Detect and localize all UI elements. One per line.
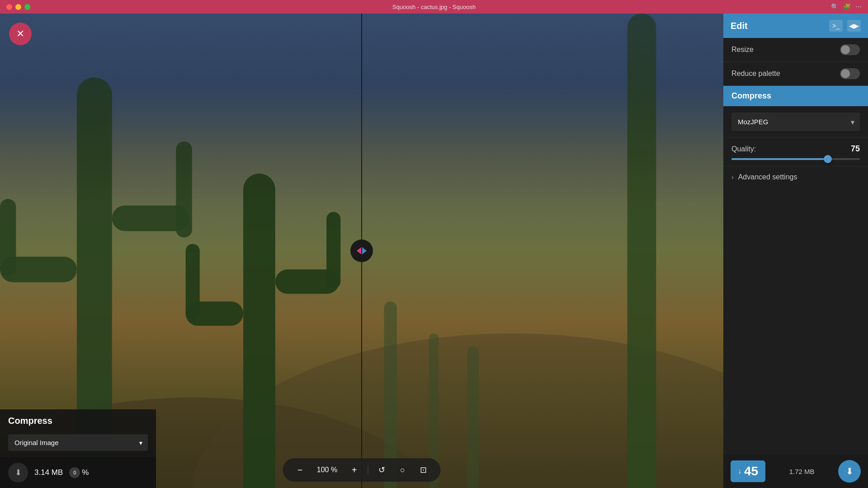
quality-label: Quality: [731,145,756,153]
rotate-button[interactable]: ↺ [375,463,389,477]
left-panel-select-row: Original Image ▾ [0,431,156,457]
arrow-left-icon [357,247,361,254]
percent-unit: % [82,468,89,477]
split-handle[interactable] [350,239,373,262]
close-traffic-light[interactable] [6,4,12,10]
titlebar-right-icons: 🔍 🧩 ⋯ [831,3,862,10]
rotate-icon: ↺ [378,465,385,475]
percent-badge: 0 % [69,467,89,478]
right-panel: Edit >_ ◀ ▶ Resize Reduce palette Compre [723,14,868,488]
zoom-in-icon: + [352,465,357,475]
close-x-icon: ✕ [16,29,24,39]
savings-percent: 45 [744,464,758,479]
format-select[interactable]: MozJPEG WebP AVIF JXL OxiPNG PNG [731,113,860,131]
left-bottom-bar: ⬇ 3.14 MB 0 % [0,457,156,488]
compress-section-title: Compress [731,91,771,100]
minimize-traffic-light[interactable] [15,4,21,10]
quality-slider-fill [731,158,828,160]
circle-icon: ○ [400,465,405,475]
chevron-right-icon: › [731,174,734,181]
zoom-out-icon: − [297,465,303,475]
quality-header: Quality: 75 [731,144,860,154]
quality-slider-thumb[interactable] [824,155,832,163]
savings-arrow-icon: ↓ [738,467,741,475]
download-icon-left: ⬇ [15,468,22,478]
original-image-select[interactable]: Original Image [8,434,148,451]
quality-slider-track[interactable] [731,158,860,160]
compress-select-wrapper: MozJPEG WebP AVIF JXL OxiPNG PNG ▾ [731,113,860,131]
bottom-toolbar: − 100 % + ↺ ○ ⊡ [283,458,441,482]
advanced-settings-label: Advanced settings [738,173,797,181]
traffic-lights [6,4,30,10]
edit-title: Edit [731,21,748,31]
titlebar: Squoosh - cactus.jpg - Squoosh 🔍 🧩 ⋯ [0,0,868,14]
resize-label: Resize [731,46,754,54]
zoom-in-button[interactable]: + [347,463,362,477]
zoom-out-button[interactable]: − [293,463,307,477]
crop-button[interactable]: ⊡ [416,463,431,477]
right-download-button[interactable]: ⬇ [838,460,861,483]
quality-value: 75 [851,144,860,154]
compress-select-row: MozJPEG WebP AVIF JXL OxiPNG PNG ▾ [723,106,868,138]
maximize-traffic-light[interactable] [24,4,30,10]
code-icon: >_ [832,22,840,29]
advanced-settings-row[interactable]: › Advanced settings [723,166,868,188]
extension-icon[interactable]: 🧩 [843,3,851,10]
resize-toggle[interactable] [840,44,860,55]
left-download-button[interactable]: ⬇ [8,463,28,483]
menu-icon[interactable]: ⋯ [855,3,862,10]
arrow-left-nav-icon: ◀ [849,22,854,29]
reduce-palette-row: Reduce palette [723,62,868,86]
compress-section-header: Compress [723,86,868,106]
edit-header-icons: >_ ◀ ▶ [829,20,861,32]
split-arrows-icon [357,247,367,254]
left-compress-panel: Compress Original Image ▾ ⬇ 3.14 MB 0 [0,409,156,488]
left-panel-title: Compress [8,416,52,426]
code-icon-button[interactable]: >_ [829,20,843,32]
toolbar-divider [368,465,368,474]
left-panel-header: Compress [0,409,156,431]
search-icon[interactable]: 🔍 [831,3,839,10]
output-file-size: 1.72 MB [789,468,815,475]
close-button[interactable]: ✕ [9,23,32,45]
savings-badge: ↓ 45 [731,460,765,482]
crop-icon: ⊡ [420,465,427,475]
arrow-right-icon [362,247,367,254]
percent-value: 0 [73,470,76,475]
original-file-size: 3.14 MB [34,468,63,477]
window-title: Squoosh - cactus.jpg - Squoosh [392,4,476,10]
percent-circle: 0 [69,467,80,478]
arrow-nav-button[interactable]: ◀ ▶ [847,20,861,32]
reduce-palette-toggle[interactable] [840,68,860,79]
download-icon-right: ⬇ [846,466,854,477]
resize-row: Resize [723,38,868,62]
circle-button[interactable]: ○ [396,463,410,477]
image-area[interactable]: ✕ Compress Original Image ▾ ⬇ 3.14 MB [0,14,723,488]
quality-row: Quality: 75 [723,138,868,166]
arrow-right-nav-icon: ▶ [854,22,859,29]
right-bottom-bar: ↓ 45 1.72 MB ⬇ [723,455,868,488]
main-content: ✕ Compress Original Image ▾ ⬇ 3.14 MB [0,14,868,488]
edit-header: Edit >_ ◀ ▶ [723,14,868,38]
original-image-select-wrapper: Original Image ▾ [8,434,148,451]
reduce-palette-label: Reduce palette [731,70,780,78]
zoom-display: 100 % [314,466,341,474]
